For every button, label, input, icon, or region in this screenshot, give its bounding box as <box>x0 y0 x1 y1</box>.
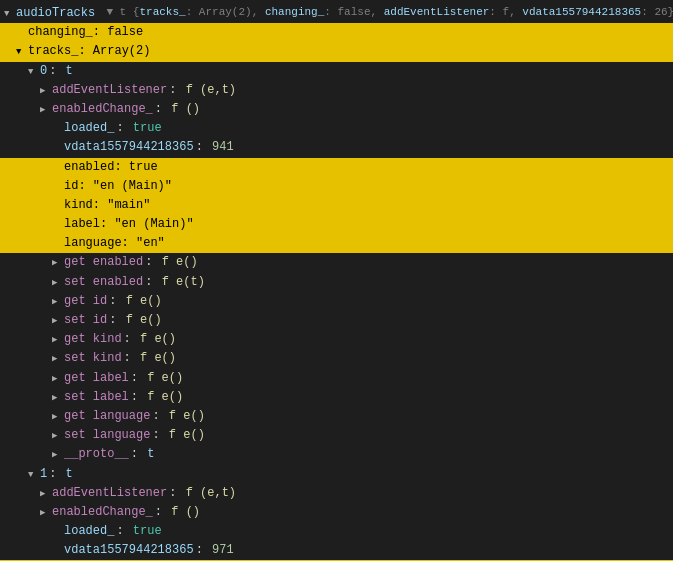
item0-get-id-value: f e() <box>126 292 162 311</box>
item0-value: t <box>66 62 73 81</box>
item0-set-label-key: set label <box>64 388 129 407</box>
item0-row[interactable]: 0 : t <box>0 62 673 81</box>
item0-proto-value: t <box>147 445 154 464</box>
item1-triangle[interactable] <box>28 465 40 484</box>
item0-enabled-colon: : <box>114 158 128 177</box>
item0-get-enabled-triangle[interactable] <box>52 253 64 272</box>
tracks-colon: : <box>78 42 92 61</box>
item0-set-language-key: set language <box>64 426 150 445</box>
item0-id-key: id <box>64 177 78 196</box>
item0-set-enabled-row[interactable]: set enabled : f e(t) <box>0 273 673 292</box>
item0-loaded-value: true <box>133 119 162 138</box>
changing-row[interactable]: changing_ : false <box>0 23 673 42</box>
item0-id-value: "en (Main)" <box>93 177 172 196</box>
item0-enabledchange-triangle[interactable] <box>40 100 52 119</box>
item0-proto-row[interactable]: __proto__ : t <box>0 445 673 464</box>
item0-vdata-value: 941 <box>212 138 234 157</box>
item0-get-label-triangle[interactable] <box>52 369 64 388</box>
item0-set-id-row[interactable]: set id : f e() <box>0 311 673 330</box>
item0-set-enabled-value: f e(t) <box>162 273 205 292</box>
item0-get-label-row[interactable]: get label : f e() <box>0 369 673 388</box>
item0-key: 0 <box>40 62 47 81</box>
item0-triangle[interactable] <box>28 62 40 81</box>
item1-vdata-row: vdata1557944218365 : 971 <box>0 541 673 560</box>
item0-set-id-key: set id <box>64 311 107 330</box>
item0-language-key: language <box>64 234 122 253</box>
item0-set-label-triangle[interactable] <box>52 388 64 407</box>
item0-addevent-key: addEventListener <box>52 81 167 100</box>
item0-enabled-value: true <box>129 158 158 177</box>
item0-loaded-row: loaded_ : true <box>0 119 673 138</box>
tracks-row[interactable]: tracks_ : Array(2) <box>0 42 673 61</box>
item0-get-id-row[interactable]: get id : f e() <box>0 292 673 311</box>
item0-addevent-row[interactable]: addEventListener : f (e,t) <box>0 81 673 100</box>
item0-get-language-triangle[interactable] <box>52 407 64 426</box>
item0-kind-colon: : <box>93 196 107 215</box>
item1-addevent-key: addEventListener <box>52 484 167 503</box>
item0-set-kind-value: f e() <box>140 349 176 368</box>
tracks-value: Array(2) <box>93 42 151 61</box>
item0-enabledchange-row[interactable]: enabledChange_ : f () <box>0 100 673 119</box>
item1-row[interactable]: 1 : t <box>0 465 673 484</box>
item0-enabled-key: enabled <box>64 158 114 177</box>
item0-get-kind-key: get kind <box>64 330 122 349</box>
item0-set-label-row[interactable]: set label : f e() <box>0 388 673 407</box>
item0-set-kind-triangle[interactable] <box>52 349 64 368</box>
item0-kind-key: kind <box>64 196 93 215</box>
item0-kind-row[interactable]: kind : "main" <box>0 196 673 215</box>
item1-vdata-value: 971 <box>212 541 234 560</box>
item1-addevent-triangle[interactable] <box>40 484 52 503</box>
item1-addevent-value: f (e,t) <box>186 484 236 503</box>
item0-set-enabled-key: set enabled <box>64 273 143 292</box>
item0-language-row[interactable]: language : "en" <box>0 234 673 253</box>
item1-enabledchange-key: enabledChange_ <box>52 503 153 522</box>
root-triangle[interactable] <box>4 4 16 23</box>
item0-set-id-value: f e() <box>126 311 162 330</box>
item0-label-key: label <box>64 215 100 234</box>
item0-label-row[interactable]: label : "en (Main)" <box>0 215 673 234</box>
changing-colon: : <box>93 23 107 42</box>
item0-set-enabled-triangle[interactable] <box>52 273 64 292</box>
item0-get-language-row[interactable]: get language : f e() <box>0 407 673 426</box>
item0-language-colon: : <box>122 234 136 253</box>
item1-value: t <box>66 465 73 484</box>
item1-vdata-key: vdata1557944218365 <box>64 541 194 560</box>
item0-get-id-triangle[interactable] <box>52 292 64 311</box>
item0-get-enabled-row[interactable]: get enabled : f e() <box>0 253 673 272</box>
item1-addevent-row[interactable]: addEventListener : f (e,t) <box>0 484 673 503</box>
item0-kind-value: "main" <box>107 196 150 215</box>
item0-enabledchange-key: enabledChange_ <box>52 100 153 119</box>
item0-vdata-row: vdata1557944218365 : 941 <box>0 138 673 157</box>
item0-set-kind-row[interactable]: set kind : f e() <box>0 349 673 368</box>
item0-get-language-key: get language <box>64 407 150 426</box>
item0-get-language-value: f e() <box>169 407 205 426</box>
root-key: audioTracks <box>16 4 95 23</box>
item1-loaded-value: true <box>133 522 162 541</box>
console-panel: audioTracks ▼ t {tracks_: Array(2), chan… <box>0 0 673 561</box>
item0-addevent-value: f (e,t) <box>186 81 236 100</box>
item0-get-kind-value: f e() <box>140 330 176 349</box>
item0-get-enabled-key: get enabled <box>64 253 143 272</box>
item0-set-label-value: f e() <box>147 388 183 407</box>
tracks-key: tracks_ <box>28 42 78 61</box>
item1-enabledchange-row[interactable]: enabledChange_ : f () <box>0 503 673 522</box>
item0-set-kind-key: set kind <box>64 349 122 368</box>
tracks-triangle[interactable] <box>16 42 28 61</box>
item0-enabled-row[interactable]: enabled : true <box>0 158 673 177</box>
item0-id-colon: : <box>78 177 92 196</box>
item1-loaded-key: loaded_ <box>64 522 114 541</box>
changing-key: changing_ <box>28 23 93 42</box>
item0-get-kind-triangle[interactable] <box>52 330 64 349</box>
changing-value: false <box>107 23 143 42</box>
item1-enabledchange-triangle[interactable] <box>40 503 52 522</box>
item0-get-enabled-value: f e() <box>162 253 198 272</box>
item0-set-language-triangle[interactable] <box>52 426 64 445</box>
root-row[interactable]: audioTracks ▼ t {tracks_: Array(2), chan… <box>0 4 673 23</box>
item0-addevent-triangle[interactable] <box>40 81 52 100</box>
item0-set-id-triangle[interactable] <box>52 311 64 330</box>
item0-id-row[interactable]: id : "en (Main)" <box>0 177 673 196</box>
item0-proto-triangle[interactable] <box>52 445 64 464</box>
item0-get-kind-row[interactable]: get kind : f e() <box>0 330 673 349</box>
item0-set-language-row[interactable]: set language : f e() <box>0 426 673 445</box>
item0-enabledchange-value: f () <box>171 100 200 119</box>
